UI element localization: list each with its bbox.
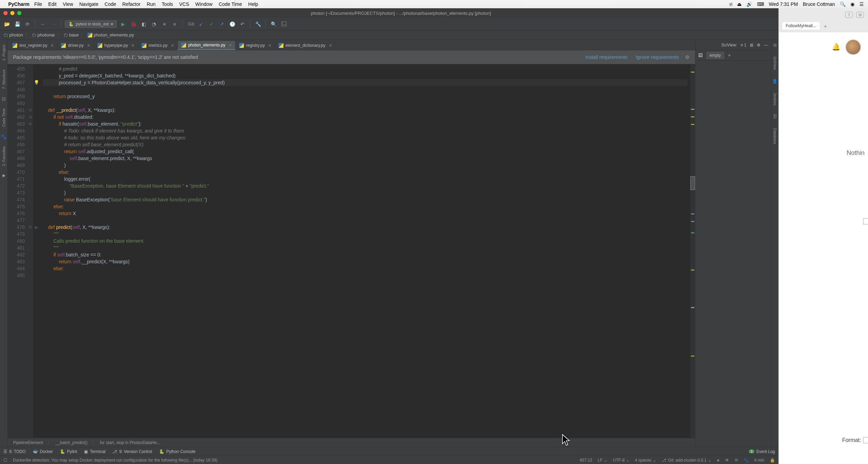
siri-icon[interactable]: ◉ (850, 1, 855, 7)
code-editor[interactable]: 4554564574584594604614624634644654664674… (8, 64, 695, 438)
tab-metrics-py[interactable]: metrics.py✕ (138, 41, 178, 50)
run-config-selector[interactable]: 🐍 pytest in tests_ext ▾ (65, 20, 117, 28)
stop-icon[interactable]: ■ (170, 20, 179, 28)
paw-icon[interactable]: 🐾 (1, 134, 7, 139)
search-icon[interactable]: 🔍 (269, 20, 278, 28)
menu-vcs[interactable]: VCS (179, 1, 189, 7)
grid-icon[interactable]: ⊞ (773, 43, 777, 48)
eject-icon[interactable]: ⏏ (737, 1, 742, 7)
close-tab-icon[interactable]: ✕ (171, 43, 174, 48)
keyboard-icon[interactable]: ⌨ (757, 1, 764, 7)
notification-settings-icon[interactable]: ⚙ (685, 54, 690, 60)
run-icon[interactable]: ▶ (119, 20, 127, 28)
jenkins-tool-button[interactable]: Jenkins (773, 91, 777, 107)
user-name[interactable]: Bruce Cottman (803, 1, 835, 7)
codetime-tool-button[interactable]: Code Time (2, 106, 6, 129)
debug-icon[interactable]: 🐞 (129, 20, 137, 28)
tab-driver-py[interactable]: driver.py✕ (58, 41, 94, 50)
tab-hyperpipe-py[interactable]: hyperpipe.py✕ (94, 41, 138, 50)
project-tool-button[interactable]: 1: Project (2, 43, 6, 63)
close-tab-icon[interactable]: ✕ (229, 43, 232, 48)
sync-status-icon[interactable]: ⟳ (735, 458, 738, 463)
terminal-tool-button[interactable]: ▣ Terminal (84, 449, 105, 454)
clock[interactable]: Wed 7:31 PM (769, 1, 798, 7)
menu-tools[interactable]: Tools (162, 1, 173, 7)
git-revert-icon[interactable]: ↶ (238, 20, 247, 28)
python-console-tool-button[interactable]: 🐍 Python Console (159, 449, 196, 454)
toggle-tools-icon[interactable]: ☐ (3, 458, 7, 463)
git-history-icon[interactable]: 🕐 (228, 20, 236, 28)
breadcrumb-photonai[interactable]: 🗀 photonai (32, 32, 55, 38)
structure-tool-button[interactable]: 7: Structure (2, 67, 6, 91)
menu-refactor[interactable]: Refactor (122, 1, 141, 7)
save-icon[interactable]: 💾 (13, 20, 21, 28)
tabs-icon[interactable]: ⧉ (856, 12, 864, 18)
back-icon[interactable]: ← (39, 20, 47, 28)
maximize-window-icon[interactable] (17, 11, 21, 15)
event-log-button[interactable]: 1 Event Log (749, 449, 775, 454)
code-text[interactable]: # predict y_pred = delegate(X_batched, *… (40, 64, 690, 438)
tab-registry-py[interactable]: registry.py✕ (236, 41, 275, 50)
tab-photon_elements-py[interactable]: photon_elements.py✕ (178, 41, 236, 50)
close-tab-icon[interactable]: ✕ (51, 43, 54, 48)
menu-window[interactable]: Window (195, 1, 213, 7)
pylint-tool-button[interactable]: 🐍 Pylint (60, 449, 77, 454)
close-tab-icon[interactable]: ✕ (87, 43, 90, 48)
sciview-tool-button[interactable]: SciView (773, 54, 777, 72)
database-icon[interactable]: 🗄 (773, 114, 777, 119)
avatar[interactable] (845, 39, 861, 55)
menu-icon[interactable]: ☰ (859, 1, 864, 7)
menu-navigate[interactable]: Navigate (79, 1, 98, 7)
airplay-icon[interactable]: ⎚ (730, 1, 732, 7)
sciview-add-tab-icon[interactable]: + (728, 52, 731, 59)
code-time-status[interactable]: 4 min (754, 458, 764, 463)
forward-icon[interactable]: → (49, 20, 58, 28)
override-icon[interactable]: o↓ (34, 224, 39, 231)
structure-crumb[interactable]: __batch_predict() (55, 440, 87, 445)
menu-view[interactable]: View (63, 1, 73, 7)
inspection-icon[interactable]: 👁 (725, 458, 729, 463)
scrollbar-thumb[interactable] (690, 176, 695, 190)
error-stripe[interactable] (690, 64, 695, 438)
ignore-requirements-link[interactable]: Ignore requirements (636, 54, 679, 60)
install-requirements-link[interactable]: Install requirements (586, 54, 628, 60)
open-icon[interactable]: 📂 (3, 20, 11, 28)
structure-crumb[interactable]: for start, stop in PhotonDataHe... (100, 440, 160, 445)
sciview-mode[interactable]: ≡ 1 (741, 43, 746, 48)
notification-bell-icon[interactable]: 🔔 (832, 43, 840, 51)
tab-element_dictionary-py[interactable]: element_dictionary.py✕ (275, 41, 336, 50)
close-tab-icon[interactable]: ✕ (329, 43, 332, 48)
close-window-icon[interactable] (3, 11, 8, 15)
menu-help[interactable]: Help (248, 1, 258, 7)
menu-file[interactable]: File (34, 1, 42, 7)
sciview-gear-icon[interactable]: ⚙ (757, 43, 761, 48)
share-icon[interactable]: ⇪ (845, 12, 853, 18)
file-encoding[interactable]: UTF-8 ⌄ (613, 458, 629, 463)
git-commit-icon[interactable]: ✓ (207, 20, 216, 28)
close-tab-icon[interactable]: ✕ (131, 43, 134, 48)
volume-icon[interactable]: 🔊 (746, 1, 752, 7)
indent-settings[interactable]: 4 spaces ⌄ (635, 458, 656, 463)
concurrency-icon[interactable]: ≡ (160, 20, 168, 28)
git-push-icon[interactable]: ↗ (218, 20, 226, 28)
structure-crumb[interactable]: PipelineElement (13, 440, 43, 445)
settings-icon[interactable]: 🔧 (254, 20, 262, 28)
database-tool-button[interactable]: Database (773, 126, 777, 146)
breadcrumb-photon_elements-py[interactable]: photon_elements.py (87, 32, 134, 38)
lock-icon[interactable]: 🔒 (770, 458, 775, 463)
browser-tab[interactable]: FollowMyHealt... (782, 22, 820, 30)
paw-status-icon[interactable]: 🐾 (744, 458, 749, 463)
sciview-grid-icon[interactable]: ⊞ (750, 43, 753, 48)
git-branch[interactable]: ⎇ Git: add-cluster-0.0.1 ⌄ (662, 458, 711, 463)
sync-icon[interactable]: ⟳ (23, 20, 32, 28)
vcs-tool-button[interactable]: ⎇ 9: Version Control (112, 449, 152, 454)
close-tab-icon[interactable]: ✕ (268, 43, 271, 48)
spotlight-icon[interactable]: 🔍 (840, 1, 846, 7)
profile-icon[interactable]: ◔ (150, 20, 158, 28)
git-pull-icon[interactable]: ↙ (197, 20, 205, 28)
app-name[interactable]: PyCharm (8, 1, 29, 7)
sciview-hide-icon[interactable]: — (764, 43, 768, 48)
breadcrumb-base[interactable]: 🗀 base (63, 32, 79, 38)
coverage-icon[interactable]: ◧ (140, 20, 148, 28)
collapse-icon[interactable]: ⊟ (2, 96, 6, 102)
